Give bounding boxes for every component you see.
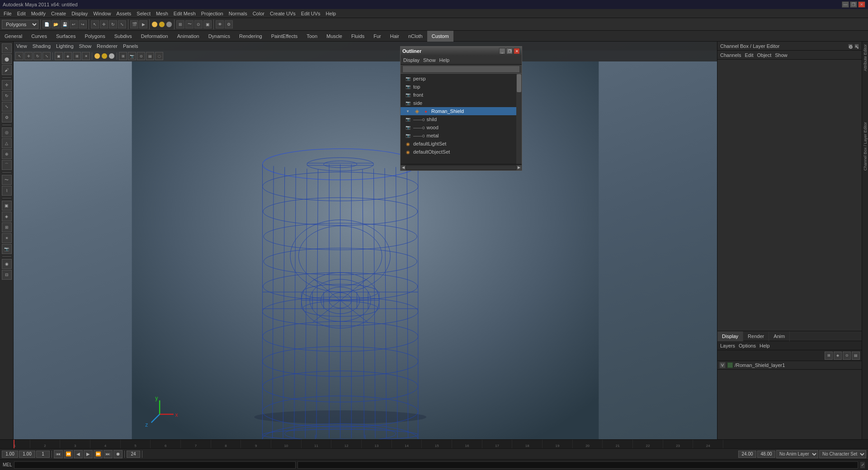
outliner-item-roman-shield[interactable]: ▼ ◈ ● Roman_Shield (401, 107, 522, 115)
tab-rendering[interactable]: Rendering (235, 31, 267, 42)
timeline-tick-3[interactable]: 3 (60, 440, 90, 448)
layer-color[interactable] (727, 362, 733, 368)
save-scene-button[interactable]: 💾 (61, 20, 69, 28)
render-button[interactable]: 🎬 (130, 20, 138, 28)
vp-menu-shading[interactable]: Shading (33, 43, 51, 49)
timeline-playhead[interactable] (14, 440, 14, 448)
color-swatch-1[interactable] (151, 21, 158, 28)
tab-anim[interactable]: Anim (769, 331, 790, 341)
ep-curve-btn[interactable]: ⌇ (2, 186, 12, 196)
outliner-item-shild[interactable]: 📷 ——o shild (401, 115, 522, 123)
menu-projection[interactable]: Projection (201, 11, 223, 16)
manip-btn[interactable]: ⚙ (2, 113, 12, 122)
vp-color-2[interactable] (101, 53, 108, 59)
character-set-selector[interactable]: No Character Set (819, 450, 866, 458)
subtab-help[interactable]: Help (760, 343, 770, 348)
tab-custom[interactable]: Custom (427, 31, 453, 42)
camera-btn[interactable]: 📷 (2, 244, 12, 254)
transport-play-fwd[interactable]: ▶ (84, 450, 93, 458)
hscroll-right[interactable]: ▶ (516, 165, 522, 170)
tab-ncloth[interactable]: nCloth (404, 31, 427, 42)
outliner-item-top[interactable]: 📷 top (401, 83, 522, 91)
tab-curves[interactable]: Curves (27, 31, 52, 42)
curve-btn[interactable]: 〜 (2, 175, 12, 185)
paint-btn[interactable]: 🖌 (2, 65, 12, 75)
tab-render[interactable]: Render (743, 331, 769, 341)
outliner-item-front[interactable]: 📷 front (401, 91, 522, 99)
tab-painteffects[interactable]: PaintEffects (267, 31, 302, 42)
select-btn[interactable]: ↖ (2, 43, 12, 53)
frame-step-field[interactable] (36, 451, 50, 458)
vp-rotate-btn[interactable]: ↻ (33, 52, 42, 60)
tab-hair[interactable]: Hair (386, 31, 404, 42)
transport-play-back[interactable]: ◀ (74, 450, 83, 458)
tab-fluids[interactable]: Fluids (347, 31, 369, 42)
tab-toon[interactable]: Toon (302, 31, 322, 42)
vp-grid-btn[interactable]: ⊞ (119, 52, 127, 60)
hscroll-track[interactable] (406, 166, 516, 169)
vp-move-btn[interactable]: ✛ (24, 52, 33, 60)
outliner-item-lightset[interactable]: ◉ defaultLightSet (401, 140, 522, 148)
outliner-item-wood[interactable]: 📷 ——o wood (401, 123, 522, 132)
tab-surfaces[interactable]: Surfaces (52, 31, 80, 42)
vp-menu-show[interactable]: Show (79, 43, 92, 49)
transport-step-back[interactable]: ⏪ (64, 450, 73, 458)
transport-go-end[interactable]: ⏭ (104, 450, 113, 458)
timeline-tick-7[interactable]: 7 (181, 440, 211, 448)
outliner-item-persp[interactable]: 📷 persp (401, 75, 522, 83)
timeline-tick-24[interactable]: 24 (693, 440, 723, 448)
soft-mod-btn[interactable]: ◎ (2, 127, 12, 137)
timeline-tick-14[interactable]: 14 (392, 440, 422, 448)
tab-display[interactable]: Display (717, 331, 743, 341)
timeline-tick-16[interactable]: 16 (452, 440, 482, 448)
menu-edit-uvs[interactable]: Edit UVs (301, 11, 321, 16)
tab-fur[interactable]: Fur (369, 31, 386, 42)
outliner-item-objectset[interactable]: ◉ defaultObjectSet (401, 148, 522, 156)
cb-menu-show[interactable]: Show (775, 52, 788, 58)
panel-expand-icon[interactable]: ⤡ (854, 44, 859, 48)
timeline-tick-5[interactable]: 5 (121, 440, 151, 448)
vp-wireframe-btn[interactable]: ▣ (55, 52, 63, 60)
tab-subdivs[interactable]: Subdivs (110, 31, 137, 42)
timeline-tick-17[interactable]: 17 (482, 440, 513, 448)
color-swatch-2[interactable] (159, 21, 165, 28)
timeline-tick-18[interactable]: 18 (512, 440, 542, 448)
transport-step-fwd[interactable]: ⏩ (94, 450, 103, 458)
shading-btn[interactable]: ◈ (2, 212, 12, 221)
menu-help[interactable]: Help (326, 11, 336, 16)
vp-camera-btn[interactable]: 📷 (128, 52, 136, 60)
tab-general[interactable]: General (0, 31, 27, 42)
timeline-tick-12[interactable]: 12 (331, 440, 362, 448)
outliner-restore[interactable]: ❐ (506, 48, 513, 54)
mode-selector[interactable]: Polygons Surfaces Dynamics Rendering (2, 20, 38, 29)
timeline-tick-6[interactable]: 6 (151, 440, 181, 448)
outliner-menu-help[interactable]: Help (439, 57, 450, 63)
show-hide-btn[interactable]: 👁 (216, 20, 224, 28)
ik-btn[interactable]: ⌒ (2, 160, 12, 170)
end-time-field[interactable] (738, 451, 756, 458)
timeline-tick-10[interactable]: 10 (271, 440, 302, 448)
light-btn[interactable]: ☀ (2, 233, 12, 243)
vp-xray-btn[interactable]: ◌ (155, 52, 163, 60)
outliner-menu-show[interactable]: Show (423, 57, 436, 63)
snap-curve[interactable]: 〜 (185, 20, 193, 28)
redo-button[interactable]: ↪ (79, 20, 87, 28)
texture-btn[interactable]: ⊞ (2, 222, 12, 232)
close-button[interactable]: ✕ (858, 1, 865, 8)
outliner-item-side[interactable]: 📷 side (401, 99, 522, 107)
timeline-tick-9[interactable]: 9 (241, 440, 271, 448)
menu-normals[interactable]: Normals (229, 11, 247, 16)
timeline-tick-2[interactable]: 2 (30, 440, 61, 448)
timeline-tick-11[interactable]: 11 (302, 440, 332, 448)
attr-editor-label[interactable]: Attribute Editor (862, 42, 868, 74)
menu-mesh[interactable]: Mesh (156, 11, 168, 16)
timeline-tick-20[interactable]: 20 (573, 440, 603, 448)
display-mode-btn[interactable]: ▣ (2, 201, 12, 211)
snap-point[interactable]: ⊙ (194, 20, 203, 28)
menu-assets[interactable]: Assets (116, 11, 131, 16)
layer-btn-3[interactable]: ⊙ (843, 352, 851, 360)
outliner-item-metal[interactable]: 📷 ——o metal (401, 132, 522, 140)
timeline-tick-21[interactable]: 21 (603, 440, 633, 448)
tool-settings[interactable]: ⚙ (225, 20, 233, 28)
outliner-vscrollbar[interactable] (516, 74, 522, 164)
